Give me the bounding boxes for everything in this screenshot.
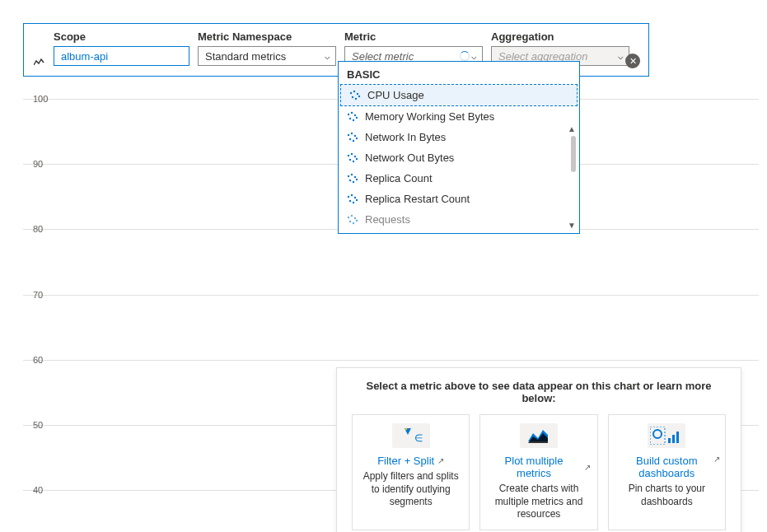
svg-point-14 <box>354 134 356 136</box>
svg-point-30 <box>348 195 349 197</box>
external-link-icon: ↗ <box>713 455 720 464</box>
dropdown-item[interactable]: Network Out Bytes <box>339 147 579 168</box>
dropdown-item-label: CPU Usage <box>367 89 424 101</box>
svg-point-7 <box>351 111 353 113</box>
svg-point-36 <box>348 216 349 217</box>
dropdown-item[interactable]: Memory Working Set Bytes <box>339 106 579 127</box>
namespace-field: Metric Namespace Standard metrics ⌵ <box>198 30 336 66</box>
metric-icon <box>347 132 358 143</box>
card-icon: ∈ <box>392 423 430 448</box>
metric-icon <box>347 194 358 205</box>
card-icon <box>648 423 685 448</box>
namespace-value: Standard metrics <box>205 50 286 63</box>
svg-point-38 <box>354 217 356 218</box>
svg-point-0 <box>350 91 352 93</box>
svg-text:∈: ∈ <box>414 432 423 444</box>
scope-label: Scope <box>54 30 189 43</box>
svg-point-18 <box>348 154 349 156</box>
dropdown-item-label: Replica Count <box>365 172 433 184</box>
card-description: Apply filters and splits to identify out… <box>359 470 462 509</box>
svg-point-27 <box>349 179 351 180</box>
y-axis-tick-label: 100 <box>33 94 48 104</box>
svg-point-20 <box>354 155 356 156</box>
dropdown-list: CPU UsageMemory Working Set BytesNetwork… <box>339 84 579 230</box>
scope-selector[interactable]: album-api <box>54 46 189 66</box>
svg-point-9 <box>349 117 351 119</box>
help-card[interactable]: Plot multiple metrics↗Create charts with… <box>479 414 597 530</box>
metric-icon <box>349 90 361 101</box>
namespace-label: Metric Namespace <box>198 30 336 43</box>
metric-label: Metric <box>344 30 483 43</box>
y-axis-tick-label: 70 <box>33 290 43 300</box>
svg-point-10 <box>353 119 354 120</box>
remove-query-button[interactable]: ✕ <box>625 54 640 68</box>
aggregation-label: Aggregation <box>491 30 629 43</box>
chevron-down-icon: ⌵ <box>325 51 330 62</box>
dropdown-item-label: Replica Restart Count <box>365 193 470 205</box>
svg-point-48 <box>653 430 662 438</box>
y-axis-tick-label: 40 <box>33 485 43 495</box>
svg-point-4 <box>355 97 357 99</box>
svg-rect-49 <box>668 438 671 443</box>
svg-point-8 <box>354 114 356 115</box>
external-link-icon: ↗ <box>437 456 444 465</box>
y-axis-tick-label: 50 <box>33 420 43 430</box>
metric-icon <box>347 152 358 164</box>
card-link[interactable]: Filter + Split↗ <box>377 455 444 467</box>
svg-point-25 <box>351 173 353 175</box>
dropdown-item-label: Network Out Bytes <box>365 152 454 164</box>
scope-value: album-api <box>61 50 108 63</box>
svg-point-44 <box>405 428 406 430</box>
dropdown-item[interactable]: Requests <box>339 209 579 230</box>
y-axis-tick-label: 90 <box>33 159 43 169</box>
svg-point-17 <box>356 137 358 138</box>
dropdown-item[interactable]: CPU Usage <box>340 84 578 106</box>
card-link-text: Plot multiple metrics <box>487 455 580 479</box>
y-axis-tick-label: 60 <box>33 355 43 365</box>
svg-point-28 <box>353 180 354 182</box>
svg-point-37 <box>351 214 353 216</box>
svg-point-32 <box>354 196 356 198</box>
svg-point-24 <box>348 175 349 176</box>
svg-point-26 <box>354 175 356 177</box>
metric-icon <box>347 173 358 184</box>
gridline <box>23 360 759 361</box>
svg-point-34 <box>353 201 354 203</box>
svg-point-35 <box>356 198 358 200</box>
svg-point-16 <box>353 139 354 141</box>
svg-point-2 <box>357 92 358 94</box>
chevron-down-icon: ⌵ <box>618 51 624 62</box>
svg-point-6 <box>348 113 349 114</box>
card-link[interactable]: Build custom dashboards <box>615 455 718 479</box>
svg-point-12 <box>348 133 349 135</box>
scroll-down-icon[interactable]: ▼ <box>568 221 576 230</box>
help-card[interactable]: Build custom dashboardsPin charts to you… <box>608 414 726 530</box>
help-card[interactable]: ∈Filter + Split↗Apply filters and splits… <box>352 414 470 530</box>
svg-point-23 <box>356 157 358 159</box>
card-description: Create charts with multiple metrics and … <box>487 483 590 521</box>
card-link[interactable]: Plot multiple metrics↗ <box>487 455 590 479</box>
dropdown-item[interactable]: Replica Count <box>339 168 579 189</box>
dropdown-section-header: BASIC <box>339 62 579 84</box>
metric-icon <box>347 111 358 123</box>
help-title: Select a metric above to see data appear… <box>352 380 726 404</box>
svg-point-3 <box>352 96 353 97</box>
svg-point-11 <box>356 116 358 118</box>
metric-dropdown: BASIC ▲ CPU UsageMemory Working Set Byte… <box>338 61 580 234</box>
card-link-text: Filter + Split <box>377 455 434 467</box>
namespace-selector[interactable]: Standard metrics ⌵ <box>198 46 336 66</box>
close-icon: ✕ <box>629 56 637 67</box>
dropdown-item-label: Memory Working Set Bytes <box>365 110 494 123</box>
svg-point-22 <box>353 160 354 161</box>
loading-chevron: ⌵ <box>460 51 477 62</box>
dropdown-item-label: Network In Bytes <box>365 131 446 143</box>
svg-rect-51 <box>676 432 679 443</box>
svg-point-29 <box>356 178 358 180</box>
svg-point-39 <box>349 220 351 222</box>
dropdown-item-label: Requests <box>365 213 410 226</box>
dropdown-item[interactable]: Network In Bytes <box>339 127 579 147</box>
dropdown-item[interactable]: Replica Restart Count <box>339 189 579 209</box>
help-panel: Select a metric above to see data appear… <box>336 367 741 532</box>
gridline <box>23 295 759 296</box>
chevron-down-icon: ⌵ <box>471 51 477 62</box>
